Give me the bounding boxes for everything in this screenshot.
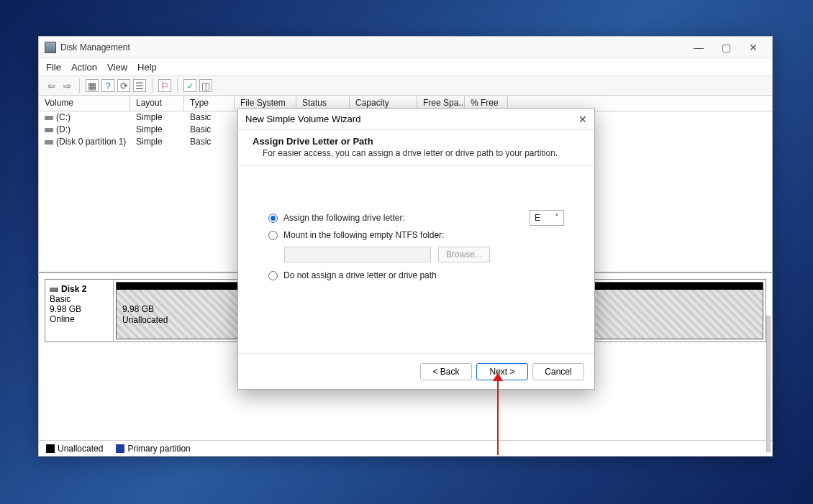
menu-file[interactable]: File [46,62,61,73]
maximize-button[interactable]: ▢ [719,42,733,53]
toolbar-separator [177,78,178,93]
menu-view[interactable]: View [107,62,127,73]
option-assign-letter[interactable]: Assign the following drive letter: E ˅ [268,209,564,226]
option-no-letter[interactable]: Do not assign a drive letter or drive pa… [268,267,564,284]
col-volume[interactable]: Volume [39,96,130,111]
partition-status: Unallocated [122,315,168,326]
annotation-arrow [497,380,499,455]
titlebar: Disk Management — ▢ ✕ [39,37,772,58]
toolbar-check-icon[interactable]: ✓ [183,79,196,92]
close-icon[interactable]: ✕ [578,114,587,125]
option-label: Mount in the following empty NTFS folder… [283,230,444,240]
volume-type: Basic [184,111,235,124]
back-button[interactable]: < Back [420,363,472,380]
toolbar: ⇦ ⇨ ▦ ? ⟳ ☰ ⚐ ✓ ◫ [39,75,772,96]
volume-layout: Simple [130,136,184,148]
disk-size: 9.98 GB [50,304,109,314]
toolbar-flag-icon[interactable]: ⚐ [158,79,171,92]
drive-letter-select[interactable]: E ˅ [530,210,564,226]
disk-name: Disk 2 [61,284,86,294]
volume-layout: Simple [130,124,184,136]
wizard-heading: Assign Drive Letter or Path [253,136,580,147]
mount-folder-row: Browse... [284,247,564,262]
menu-help[interactable]: Help [137,62,157,73]
toolbar-separator [79,78,80,93]
window-controls: — ▢ ✕ [691,42,766,53]
option-label: Assign the following drive letter: [283,213,405,223]
radio-unselected-icon[interactable] [268,231,278,240]
col-layout[interactable]: Layout [130,96,184,111]
wizard-body: Assign the following drive letter: E ˅ M… [238,166,594,353]
back-icon[interactable]: ⇦ [45,79,58,92]
app-icon [45,42,56,53]
option-mount-folder[interactable]: Mount in the following empty NTFS folder… [268,226,564,244]
partition-size: 9.98 GB [122,304,168,315]
wizard-titlebar: New Simple Volume Wizard ✕ [238,109,594,130]
swatch-blue [116,444,124,453]
toolbar-colors-icon[interactable]: ◫ [199,79,212,92]
browse-button: Browse... [438,247,490,262]
volume-type: Basic [184,136,235,148]
minimize-button[interactable]: — [691,42,706,53]
option-label: Do not assign a drive letter or drive pa… [283,270,437,280]
chevron-down-icon: ˅ [555,213,559,223]
radio-selected-icon[interactable] [268,214,278,223]
menubar: File Action View Help [39,58,772,75]
legend-unallocated: Unallocated [46,444,103,454]
legend-primary: Primary partition [116,444,190,454]
close-button[interactable]: ✕ [746,42,760,53]
wizard-footer: < Back Next > Cancel [238,353,594,389]
new-simple-volume-wizard: New Simple Volume Wizard ✕ Assign Drive … [237,108,595,390]
wizard-header: Assign Drive Letter or Path For easier a… [238,130,594,166]
drive-letter-value: E [535,213,540,223]
volume-type: Basic [184,124,235,136]
mount-path-input [284,247,431,262]
cancel-button[interactable]: Cancel [532,363,584,380]
legend-label: Primary partition [127,444,190,454]
disk-icon [45,140,53,145]
toolbar-help-icon[interactable]: ? [101,79,114,92]
menu-action[interactable]: Action [71,62,97,73]
legend: Unallocated Primary partition [39,440,772,456]
toolbar-separator [152,78,153,93]
volume-layout: Simple [130,111,184,124]
toolbar-list-icon[interactable]: ☰ [133,79,146,92]
wizard-title: New Simple Volume Wizard [245,114,578,124]
volume-name: (D:) [56,124,71,134]
disk-status: Online [50,314,109,324]
disk-label: Disk 2 Basic 9.98 GB Online [45,280,114,342]
volume-name: (C:) [56,112,71,122]
radio-unselected-icon[interactable] [268,271,278,280]
disk-icon [45,116,53,120]
wizard-subheading: For easier access, you can assign a driv… [263,148,580,158]
disk-type: Basic [50,294,109,304]
toolbar-refresh-icon[interactable]: ⟳ [117,79,130,92]
partition-text: 9.98 GB Unallocated [122,304,168,326]
legend-label: Unallocated [58,444,103,454]
swatch-black [46,444,55,453]
disk-icon [45,128,53,132]
window-title: Disk Management [60,42,691,52]
toolbar-grid-icon[interactable]: ▦ [86,79,99,92]
disk-icon [50,288,58,292]
scrollbar[interactable] [766,316,771,452]
col-type[interactable]: Type [184,96,235,111]
forward-icon[interactable]: ⇨ [60,79,73,92]
volume-name: (Disk 0 partition 1) [56,137,126,147]
